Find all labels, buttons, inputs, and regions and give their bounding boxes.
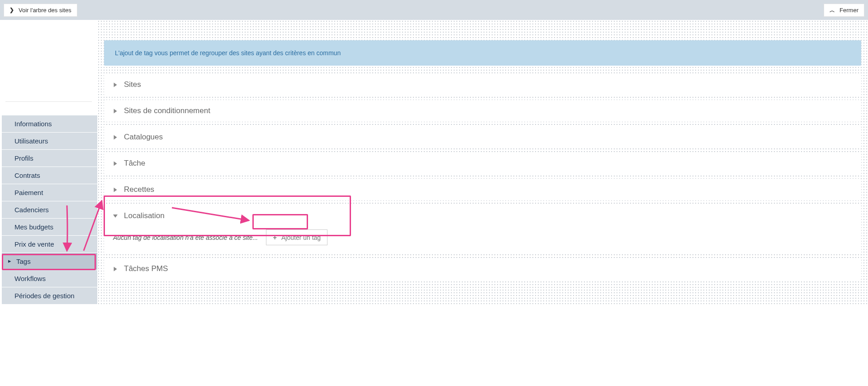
caret-right-icon	[114, 135, 117, 139]
close-button[interactable]: ︿ Fermer	[824, 4, 864, 17]
sidebar-item-informations[interactable]: Informations	[2, 115, 97, 132]
sidebar-item-periodes-de-gestion[interactable]: Périodes de gestion	[2, 287, 97, 304]
accordion-header-recettes[interactable]: Recettes	[104, 179, 861, 200]
divider	[5, 101, 92, 102]
sidebar: Informations Utilisateurs Profils Contra…	[0, 20, 97, 305]
caret-down-icon	[113, 214, 118, 218]
top-bar: ❯ Voir l'arbre des sites ︿ Fermer	[0, 0, 868, 20]
empty-localisation-message: Aucun tag de localisation n'a été associ…	[113, 234, 258, 241]
chevron-up-icon: ︿	[830, 8, 835, 13]
accordion-header-tache[interactable]: Tâche	[104, 152, 861, 174]
add-tag-button[interactable]: + Ajouter un tag	[266, 229, 327, 245]
accordion-header-sites-conditionnement[interactable]: Sites de conditionnement	[104, 100, 861, 122]
accordion-sites: Sites	[104, 74, 861, 95]
caret-right-icon	[114, 109, 117, 113]
sidebar-item-profils[interactable]: Profils	[2, 150, 97, 167]
main-panel: L'ajout de tag vous permet de regrouper …	[97, 20, 868, 305]
sidebar-item-tags[interactable]: Tags	[2, 253, 97, 270]
view-tree-button[interactable]: ❯ Voir l'arbre des sites	[4, 4, 77, 17]
accordion-sites-conditionnement: Sites de conditionnement	[104, 100, 861, 122]
accordion-localisation: Localisation Aucun tag de localisation n…	[104, 205, 861, 253]
accordion-taches-pms: Tâches PMS	[104, 258, 861, 280]
accordion-catalogues: Catalogues	[104, 126, 861, 148]
view-tree-label: Voir l'arbre des sites	[19, 7, 71, 14]
chevron-right-icon: ❯	[9, 7, 14, 13]
sidebar-item-paiement[interactable]: Paiement	[2, 184, 97, 201]
accordion-header-catalogues[interactable]: Catalogues	[104, 126, 861, 148]
info-banner: L'ajout de tag vous permet de regrouper …	[104, 40, 861, 66]
caret-right-icon	[114, 161, 117, 166]
accordion-header-taches-pms[interactable]: Tâches PMS	[104, 258, 861, 280]
sidebar-item-workflows[interactable]: Workflows	[2, 270, 97, 287]
accordion-tache: Tâche	[104, 152, 861, 174]
accordion-header-sites[interactable]: Sites	[104, 74, 861, 95]
caret-right-icon	[114, 187, 117, 192]
accordion-recettes: Recettes	[104, 179, 861, 200]
sidebar-item-prix-de-vente[interactable]: Prix de vente	[2, 236, 97, 253]
accordion-body-localisation: Aucun tag de localisation n'a été associ…	[104, 227, 861, 253]
sidebar-item-contrats[interactable]: Contrats	[2, 167, 97, 184]
accordion-header-localisation[interactable]: Localisation	[104, 205, 861, 227]
close-label: Fermer	[840, 7, 859, 14]
sidebar-item-cadenciers[interactable]: Cadenciers	[2, 201, 97, 218]
sidebar-item-mes-budgets[interactable]: Mes budgets	[2, 219, 97, 235]
caret-right-icon	[114, 267, 117, 271]
caret-right-icon	[114, 82, 117, 87]
plus-icon: +	[273, 234, 277, 241]
sidebar-item-utilisateurs[interactable]: Utilisateurs	[2, 133, 97, 149]
